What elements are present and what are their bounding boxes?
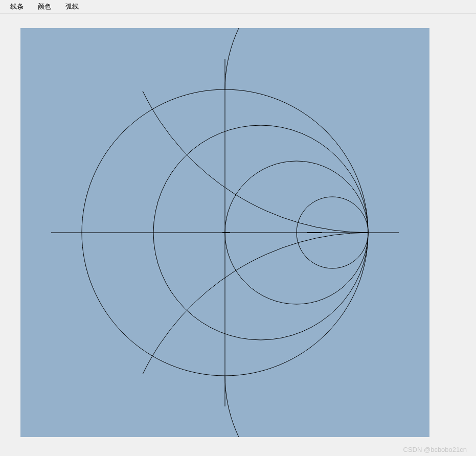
- reactance-arc-1: [225, 376, 368, 437]
- smith-chart: [20, 28, 429, 437]
- menu-arcs[interactable]: 弧线: [58, 0, 86, 13]
- watermark: CSDN @bcbobo21cn: [403, 446, 467, 453]
- reactance-arc-0: [225, 28, 368, 89]
- drawing-canvas: [20, 28, 429, 437]
- menu-lines[interactable]: 线条: [3, 0, 31, 13]
- menubar: 线条 颜色 弧线: [0, 0, 476, 14]
- reactance-arc-2: [143, 91, 368, 233]
- client-area: CSDN @bcbobo21cn: [0, 14, 476, 456]
- reactance-arc-3: [143, 233, 368, 374]
- menu-color[interactable]: 颜色: [31, 0, 58, 13]
